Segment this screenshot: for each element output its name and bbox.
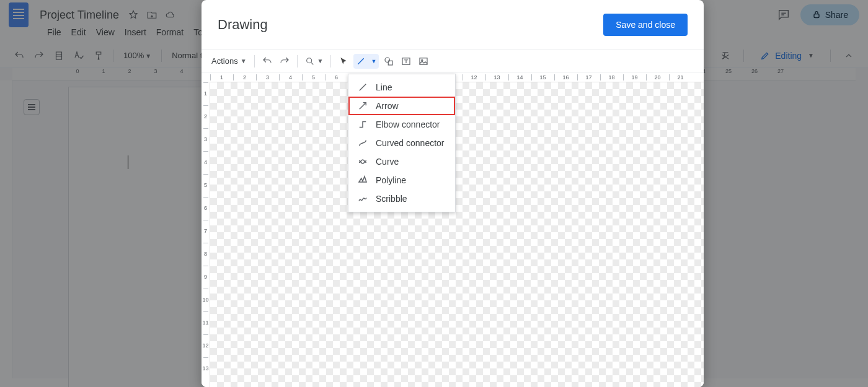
line-menu-item-curved[interactable]: Curved connector [348,134,455,152]
select-tool[interactable] [336,54,351,69]
line-icon [357,82,368,93]
v-ruler-tick: 9 [202,266,210,289]
v-ruler-tick: 2 [202,105,210,128]
svg-point-2 [306,58,311,63]
v-ruler-tick: 7 [202,220,210,243]
h-ruler-tick: 5 [302,72,325,82]
h-ruler-tick: 17 [577,72,600,82]
polyline-icon [357,175,368,186]
modal-header: Drawing Save and close [202,0,704,50]
drawing-undo-button[interactable] [260,54,275,69]
h-ruler-tick: 6 [325,72,348,82]
line-menu-item-label: Polyline [376,175,406,185]
save-and-close-button[interactable]: Save and close [603,14,688,36]
line-menu-item-scribble[interactable]: Scribble [348,189,455,208]
svg-rect-6 [420,58,427,64]
h-ruler-tick: 13 [485,72,508,82]
line-menu-item-polyline[interactable]: Polyline [348,171,455,189]
line-tool-split-button[interactable]: ▼ [353,54,379,69]
line-menu-item-label: Arrow [376,101,399,111]
h-ruler-tick: 12 [463,72,485,82]
h-ruler-tick: 14 [508,72,531,82]
curve-icon [357,156,368,167]
line-menu-item-line[interactable]: Line [348,78,455,97]
line-type-menu: LineArrowElbow connectorCurved connector… [348,74,456,212]
line-menu-item-label: Scribble [376,194,407,204]
h-ruler-tick: 2 [233,72,256,82]
v-ruler-tick: 4 [202,151,210,174]
line-tool-icon[interactable] [353,54,368,69]
h-ruler-tick: 15 [531,72,554,82]
zoom-tool[interactable]: ▼ [303,55,326,67]
v-ruler-tick: 5 [202,174,210,197]
curved-icon [357,137,368,149]
textbox-tool[interactable] [399,54,414,69]
line-tool-dropdown-caret[interactable]: ▼ [368,58,379,64]
shape-tool[interactable] [381,54,396,69]
actions-menu-button[interactable]: Actions▼ [209,55,249,67]
v-ruler-tick: 3 [202,128,210,151]
drawing-toolbar: Actions▼ ▼ ▼ [202,50,704,72]
line-menu-item-label: Line [376,82,392,92]
h-ruler-tick: 16 [554,72,577,82]
h-ruler-tick: 20 [646,72,669,82]
v-ruler-tick: 11 [202,311,210,334]
v-ruler-tick: 8 [202,243,210,266]
line-menu-item-label: Curved connector [376,138,445,148]
v-ruler-tick: 6 [202,197,210,220]
v-ruler-tick: 12 [202,334,210,357]
v-ruler-tick: 1 [202,82,210,105]
line-menu-item-elbow[interactable]: Elbow connector [348,115,455,134]
drawing-canvas[interactable] [210,82,704,387]
v-ruler-tick: 13 [202,357,210,380]
h-ruler-tick: 19 [623,72,646,82]
drawing-v-ruler: 12345678910111213 [202,82,210,387]
h-ruler-tick: 21 [669,72,692,82]
line-menu-item-arrow[interactable]: Arrow [348,97,455,115]
h-ruler-tick: 1 [210,72,233,82]
h-ruler-tick: 18 [600,72,623,82]
svg-point-3 [385,58,390,63]
v-ruler-tick: 10 [202,289,210,311]
line-menu-item-label: Curve [376,157,399,167]
modal-title: Drawing [218,17,268,33]
line-menu-item-label: Elbow connector [376,120,440,129]
drawing-redo-button[interactable] [277,54,292,69]
drawing-h-ruler: 123456789101112131415161718192021 [210,72,704,82]
elbow-icon [357,119,368,130]
h-ruler-tick: 3 [256,72,279,82]
h-ruler-tick: 4 [279,72,302,82]
line-menu-item-curve[interactable]: Curve [348,152,455,171]
arrow-icon [357,100,368,111]
scribble-icon [357,193,368,204]
image-tool[interactable] [416,54,431,69]
